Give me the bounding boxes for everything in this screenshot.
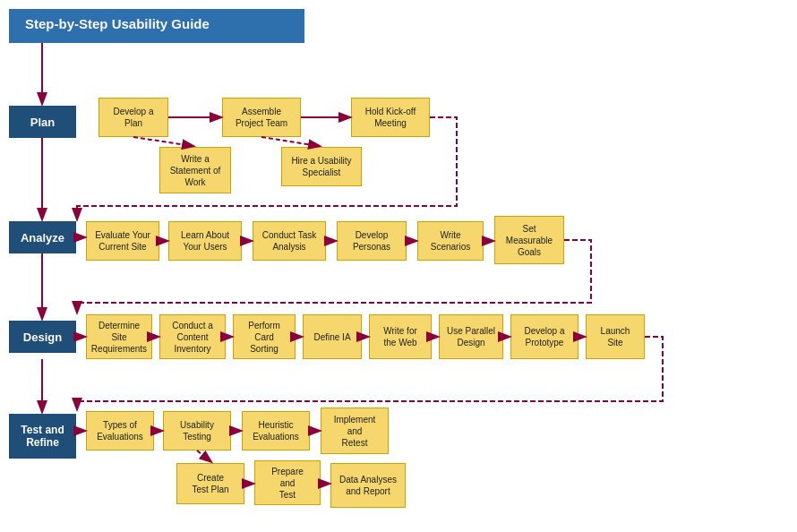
task-write-scenarios[interactable]: WriteScenarios	[417, 221, 484, 261]
task-hire-specialist[interactable]: Hire a UsabilitySpecialist	[281, 147, 362, 186]
svg-line-3	[133, 137, 193, 146]
task-launch-site[interactable]: LaunchSite	[586, 314, 645, 359]
phase-design: Design	[9, 321, 76, 353]
task-create-test-plan[interactable]: CreateTest Plan	[176, 463, 244, 504]
phase-plan: Plan	[9, 106, 76, 138]
task-site-requirements[interactable]: DetermineSiteRequirements	[86, 314, 152, 359]
task-data-analyses[interactable]: Data Analysesand Report	[330, 463, 406, 508]
task-parallel-design[interactable]: Use ParallelDesign	[439, 314, 503, 359]
task-prepare-test[interactable]: PrepareandTest	[254, 460, 321, 505]
task-usability-testing[interactable]: UsabilityTesting	[163, 411, 231, 450]
task-write-sow[interactable]: Write aStatement ofWork	[159, 147, 231, 193]
task-define-ia[interactable]: Define IA	[303, 314, 362, 359]
task-content-inventory[interactable]: Conduct aContentInventory	[159, 314, 226, 359]
task-card-sorting[interactable]: PerformCardSorting	[233, 314, 296, 359]
title-box: Step-by-Step Usability Guide	[9, 9, 304, 43]
task-hold-kickoff[interactable]: Hold Kick-offMeeting	[351, 98, 430, 137]
task-develop-personas[interactable]: DevelopPersonas	[337, 221, 407, 261]
title-text: Step-by-Step Usability Guide	[25, 16, 210, 31]
task-heuristic-eval[interactable]: HeuristicEvaluations	[242, 411, 310, 450]
task-learn-users[interactable]: Learn AboutYour Users	[168, 221, 242, 261]
task-set-goals[interactable]: SetMeasurableGoals	[494, 216, 564, 264]
task-implement-retest[interactable]: ImplementandRetest	[321, 408, 389, 454]
task-evaluate-site[interactable]: Evaluate YourCurrent Site	[86, 221, 159, 261]
arrows-svg	[0, 0, 797, 532]
task-assemble-team[interactable]: AssembleProject Team	[222, 98, 301, 137]
diagram: Step-by-Step Usability Guide Plan Analyz…	[0, 0, 797, 532]
task-develop-prototype[interactable]: Develop aPrototype	[510, 314, 578, 359]
task-write-web[interactable]: Write forthe Web	[369, 314, 432, 359]
phase-analyze: Analyze	[9, 221, 76, 253]
svg-line-26	[197, 450, 210, 461]
phase-test: Test and Refine	[9, 414, 76, 459]
svg-line-4	[261, 137, 319, 146]
task-task-analysis[interactable]: Conduct TaskAnalysis	[253, 221, 326, 261]
task-develop-plan[interactable]: Develop aPlan	[99, 98, 168, 137]
task-types-eval[interactable]: Types ofEvaluations	[86, 411, 154, 450]
